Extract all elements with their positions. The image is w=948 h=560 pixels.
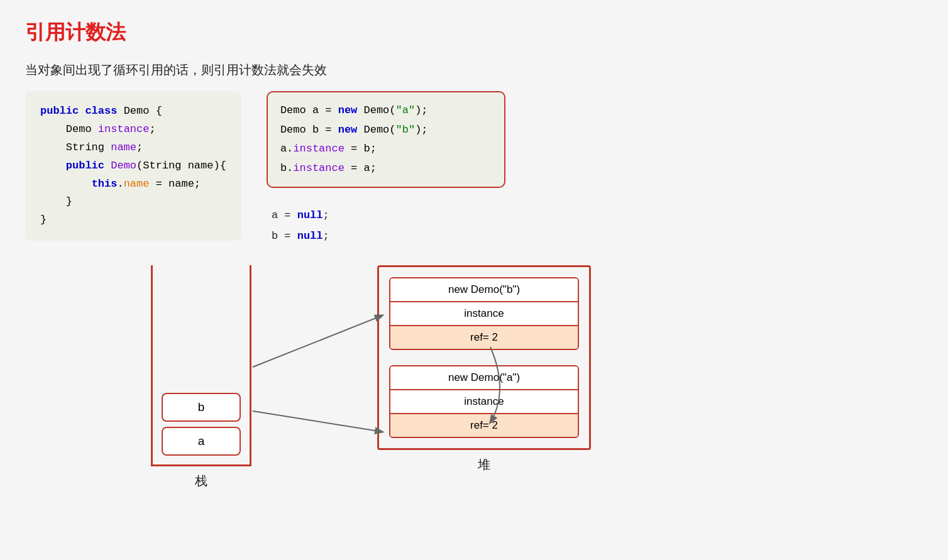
stack-label: 栈 [195, 473, 207, 490]
heap-obj-b-instance: instance [390, 302, 578, 326]
heap-obj-a-ref: ref= 2 [390, 414, 578, 437]
code-line-1: public class Demo { [40, 105, 162, 117]
heap-object-a: new Demo("a") instance ref= 2 [389, 365, 579, 438]
heap-obj-a-instance: instance [390, 390, 578, 414]
code-line-7: } [40, 214, 47, 226]
stack-outer: b a [151, 265, 251, 466]
code-line-3: String name; [40, 141, 143, 153]
rcode-line-2: Demo b = new Demo("b"); [280, 124, 428, 136]
top-section: public class Demo { Demo instance; Strin… [25, 91, 923, 246]
rcode-plain-1: a = null; [272, 209, 329, 221]
diagram-container: b a 栈 new Demo("b") instance ref= 2 new … [151, 265, 591, 490]
code-line-6: } [40, 195, 72, 207]
subtitle: 当对象间出现了循环引用的话，则引用计数法就会失效 [25, 62, 923, 79]
svg-line-1 [253, 411, 382, 432]
diagram-section: b a 栈 new Demo("b") instance ref= 2 new … [25, 265, 923, 490]
code-line-5: this.name = name; [40, 178, 201, 190]
left-code-block: public class Demo { Demo instance; Strin… [25, 91, 241, 241]
right-code-bordered: Demo a = new Demo("a"); Demo b = new Dem… [267, 91, 505, 188]
heap-obj-b-title: new Demo("b") [390, 278, 578, 302]
code-line-4: public Demo(String name){ [40, 160, 226, 172]
code-line-2: Demo instance; [40, 123, 156, 135]
heap-label: 堆 [478, 456, 490, 473]
rcode-line-3: a.instance = b; [280, 143, 377, 155]
heap-obj-a-title: new Demo("a") [390, 366, 578, 390]
right-code-area: Demo a = new Demo("a"); Demo b = new Dem… [267, 91, 505, 246]
stack-cell-a: a [162, 427, 241, 456]
rcode-plain-2: b = null; [272, 230, 329, 242]
page-title: 引用计数法 [25, 19, 923, 47]
heap-obj-b-ref: ref= 2 [390, 326, 578, 349]
heap-outer: new Demo("b") instance ref= 2 new Demo("… [377, 265, 591, 450]
right-code-plain: a = null; b = null; [267, 199, 505, 246]
rcode-line-1: Demo a = new Demo("a"); [280, 104, 428, 116]
svg-line-0 [253, 316, 382, 367]
heap-area: new Demo("b") instance ref= 2 new Demo("… [377, 265, 591, 473]
rcode-line-4: b.instance = a; [280, 162, 377, 174]
stack-area: b a 栈 [151, 265, 251, 490]
heap-object-b: new Demo("b") instance ref= 2 [389, 277, 579, 350]
stack-cell-b: b [162, 393, 241, 422]
